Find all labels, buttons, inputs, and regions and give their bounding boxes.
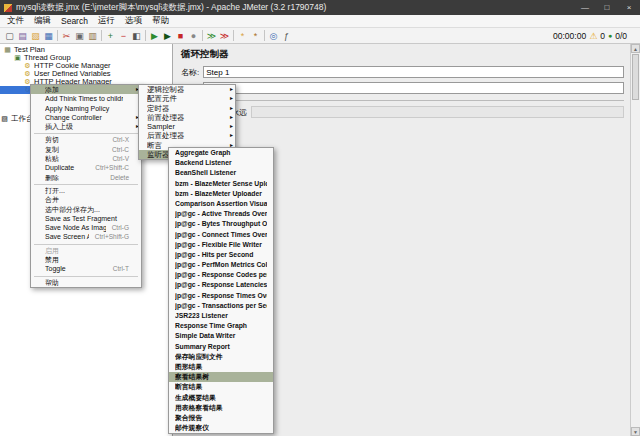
menu-duplicate[interactable]: Duplicate Ctrl+Shift-C ▸ [31, 163, 141, 172]
submenu-pre-processor[interactable]: 前置处理器 ▸ [139, 113, 235, 122]
listener-aggregate-graph[interactable]: Aggregate Graph [169, 148, 273, 158]
menu-merge[interactable]: 合并 ▸ [31, 195, 141, 204]
expand-all-icon[interactable]: + [104, 29, 117, 42]
listener-response-codes-per-second[interactable]: jp@gc - Response Codes per Second [169, 270, 273, 280]
submenu-timer[interactable]: 定时器 ▸ [139, 104, 235, 113]
cut-icon[interactable]: ✂ [60, 29, 73, 42]
menu-add-think-times[interactable]: Add Think Times to children ▸ [31, 94, 141, 103]
collapse-all-icon[interactable]: − [117, 29, 130, 42]
menu-help[interactable]: 帮助 ▸ [31, 278, 141, 287]
menu-save-as-test-fragment[interactable]: Save as Test Fragment ▸ [31, 214, 141, 223]
listener-response-times-over-time[interactable]: jp@gc - Response Times Over Time [169, 291, 273, 301]
toggle-icon[interactable]: ◧ [130, 29, 143, 42]
listener-perfmon-metrics-collector[interactable]: jp@gc - PerfMon Metrics Collector [169, 260, 273, 270]
new-file-icon[interactable]: ▢ [3, 29, 16, 42]
menu-file[interactable]: 文件 [2, 15, 29, 27]
menu-copy[interactable]: 复制 Ctrl-C ▸ [31, 145, 141, 154]
menu-disable[interactable]: 禁用 ▸ [31, 255, 141, 264]
close-button[interactable]: × [618, 0, 640, 15]
menu-search[interactable]: Search [56, 16, 93, 26]
save-icon[interactable]: ▦ [42, 29, 55, 42]
menu-change-controller[interactable]: Change Controller ▸ [31, 113, 141, 122]
listener-assertion-results[interactable]: 断言结果 [169, 382, 273, 392]
menu-cut[interactable]: 剪切 Ctrl-X ▸ [31, 135, 141, 144]
vertical-scrollbar: ▲ ▼ [630, 44, 640, 436]
listener-transactions-per-second[interactable]: jp@gc - Transactions per Second [169, 301, 273, 311]
toolbar-icon[interactable] [101, 30, 102, 41]
menu-options[interactable]: 选项 [120, 15, 147, 27]
menu-toggle[interactable]: Toggle Ctrl-T ▸ [31, 264, 141, 273]
toolbar-icon[interactable] [145, 30, 146, 41]
menu-open[interactable]: 打开... ▸ [31, 186, 141, 195]
listener-bzm-uploader[interactable]: bzm - BlazeMeter Uploader [169, 189, 273, 199]
submenu-sampler[interactable]: Sampler ▸ [139, 122, 235, 131]
copy-icon[interactable]: ▣ [73, 29, 86, 42]
name-field[interactable] [203, 66, 624, 78]
search-icon[interactable]: ◎ [267, 29, 280, 42]
toolbar-icon[interactable] [57, 30, 58, 41]
shutdown-icon[interactable]: ● [187, 29, 200, 42]
function-helper-icon[interactable]: ƒ [280, 29, 293, 42]
listener-active-threads-over-time[interactable]: jp@gc - Active Threads Over Time [169, 209, 273, 219]
listener-comparison-assertion-visualizer[interactable]: Comparison Assertion Visualizer [169, 199, 273, 209]
listener-graph-results[interactable]: 图形结果 [169, 362, 273, 372]
menu-paste[interactable]: 粘贴 Ctrl-V ▸ [31, 154, 141, 163]
scrollbar-thumb[interactable] [632, 54, 639, 100]
warning-icon[interactable]: ⚠ [589, 31, 597, 41]
start-icon[interactable]: ▶ [148, 29, 161, 42]
toolbar: ▢ ▤ ▧ ▦ ✂ ▣ [0, 28, 640, 44]
listener-aggregate-report[interactable]: 聚合报告 [169, 413, 273, 423]
stop-icon[interactable]: ■ [174, 29, 187, 42]
listener-bytes-throughput-over-time[interactable]: jp@gc - Bytes Throughput Over Time [169, 219, 273, 229]
paste-icon[interactable]: ▥ [86, 29, 99, 42]
submenu-config-element[interactable]: 配置元件 ▸ [139, 94, 235, 103]
comment-field[interactable] [203, 82, 624, 94]
maximize-button[interactable]: □ [596, 0, 618, 15]
listener-simple-data-writer[interactable]: Simple Data Writer [169, 331, 273, 341]
templates-icon[interactable]: ▤ [16, 29, 29, 42]
menu-apply-naming-policy[interactable]: Apply Naming Policy ▸ [31, 104, 141, 113]
listener-summary-report[interactable]: Summary Report [169, 342, 273, 352]
minimize-button[interactable]: — [574, 0, 596, 15]
workbench-icon: ▨ [0, 115, 9, 123]
toolbar-icon[interactable] [264, 30, 265, 41]
menu-insert-parent[interactable]: 插入上级 ▸ [31, 122, 141, 131]
listener-generate-summary-results[interactable]: 生成概要结果 [169, 393, 273, 403]
menu-save-selection-as[interactable]: 选中部分保存为... ▸ [31, 205, 141, 214]
listener-backend-listener[interactable]: Backend Listener [169, 158, 273, 168]
scroll-down-icon[interactable]: ▼ [631, 427, 640, 436]
start-no-pauses-icon[interactable]: ▶ [161, 29, 174, 42]
open-file-icon[interactable]: ▧ [29, 29, 42, 42]
listener-view-results-tree[interactable]: 察看结果树 [169, 372, 273, 382]
remote-start-icon[interactable]: ≫ [205, 29, 218, 42]
menu-add[interactable]: 添加 ▸ [31, 85, 141, 94]
menu-help-top[interactable]: 帮助 [147, 15, 174, 27]
listener-save-responses-to-file[interactable]: 保存响应到文件 [169, 352, 273, 362]
listener-bzm-sense-uploader[interactable]: bzm - BlazeMeter Sense Uploader [169, 179, 273, 189]
clear-icon[interactable]: * [236, 29, 249, 42]
menu-item-label: 保存响应到文件 [175, 352, 267, 362]
menu-run[interactable]: 运行 [93, 15, 120, 27]
menu-enable[interactable]: 启用 ▸ [31, 246, 141, 255]
submenu-post-processor[interactable]: 后置处理器 ▸ [139, 131, 235, 140]
listener-flexible-file-writer[interactable]: jp@gc - Flexible File Writer [169, 240, 273, 250]
listener-jsr223-listener[interactable]: JSR223 Listener [169, 311, 273, 321]
toolbar-icon[interactable] [202, 30, 203, 41]
listener-connect-times-over-time[interactable]: jp@gc - Connect Times Over Time [169, 230, 273, 240]
menu-delete[interactable]: 删除 Delete ▸ [31, 173, 141, 182]
menu-save-node-as-image[interactable]: Save Node As Image Ctrl-G ▸ [31, 223, 141, 232]
clear-all-icon[interactable]: * [249, 29, 262, 42]
listener-response-latencies-over-time[interactable]: jp@gc - Response Latencies Over Time [169, 280, 273, 290]
toolbar-icon[interactable] [233, 30, 234, 41]
listener-response-time-graph[interactable]: Response Time Graph [169, 321, 273, 331]
menu-save-screen-as-image[interactable]: Save Screen As Image Ctrl+Shift-G ▸ [31, 232, 141, 241]
menu-edit[interactable]: 编辑 [29, 15, 56, 27]
listener-beanshell-listener[interactable]: BeanShell Listener [169, 168, 273, 178]
listener-mailer-visualizer[interactable]: 邮件观察仪 [169, 423, 273, 433]
listener-hits-per-second[interactable]: jp@gc - Hits per Second [169, 250, 273, 260]
remote-stop-icon[interactable]: ≫ [218, 29, 231, 42]
scroll-up-icon[interactable]: ▲ [631, 44, 640, 53]
submenu-logic-controller[interactable]: 逻辑控制器 ▸ [139, 85, 235, 94]
thread-count: 0/0 [615, 31, 627, 41]
listener-view-results-in-table[interactable]: 用表格察看结果 [169, 403, 273, 413]
